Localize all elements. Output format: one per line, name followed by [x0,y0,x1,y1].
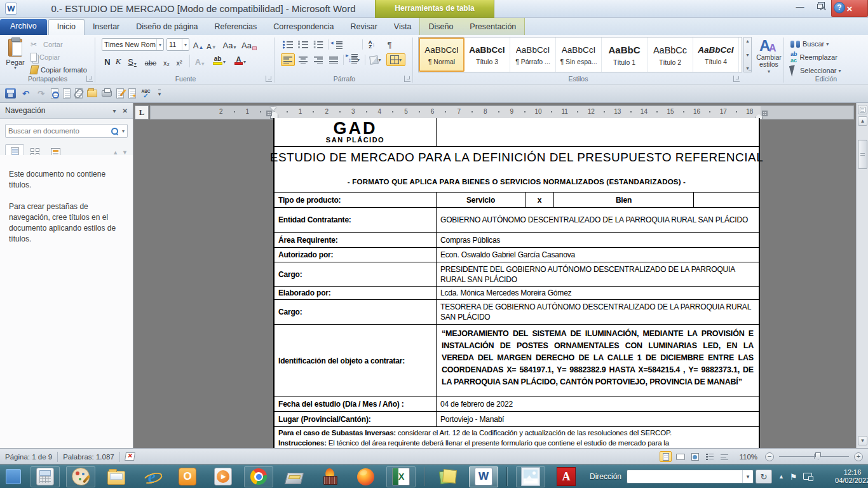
undo-icon[interactable] [20,88,31,98]
navpane-close-icon[interactable]: ✕ [123,107,128,114]
table-column-marker[interactable] [266,111,272,116]
italic-button[interactable]: K [113,55,123,67]
replace-button[interactable]: abacReemplazar [790,51,837,63]
search-input[interactable] [8,127,111,135]
style-título-1[interactable]: AaBbCTítulo 1 [602,37,648,72]
find-button[interactable]: Buscar▾ [790,38,829,50]
open-icon[interactable] [87,90,97,97]
bullets-button[interactable] [281,38,295,51]
tab-presentación[interactable]: Presentación [461,20,524,35]
autocad-taskbar-button[interactable] [552,466,581,487]
address-bar[interactable]: ▾ [627,470,754,484]
search-icon[interactable] [111,127,118,135]
file-explorer-taskbar-button[interactable] [102,466,131,487]
multilevel-list-button[interactable] [311,38,325,51]
style-normal[interactable]: AaBbCcI¶ Normal [419,37,465,72]
justify-button[interactable] [327,53,341,66]
media-player-taskbar-button[interactable] [208,466,238,487]
shading-button[interactable]: ▾ [367,53,384,66]
style-sin-espa[interactable]: AaBbCcI¶ Sin espa... [556,37,602,72]
save-icon[interactable] [5,88,16,98]
horizontal-ruler[interactable]: 12345678910111213141516171821 [150,105,854,119]
scanner-taskbar-button[interactable] [280,466,309,487]
highlight-color-button[interactable]: ab▾ [210,53,229,65]
hidden-icons-chevron[interactable]: ▲ [778,473,784,480]
zoom-out-button[interactable]: − [765,452,774,461]
change-styles-button[interactable]: AA Cambiar estilos▾ [755,36,783,76]
scroll-up-icon[interactable]: ▲ [858,116,867,126]
underline-button[interactable]: S▾ [125,55,140,67]
navpane-menu-icon[interactable]: ▾ [113,107,116,114]
attach-icon[interactable] [75,88,83,98]
address-go-icon[interactable]: ↻ [756,470,772,484]
word-count[interactable]: Palabras: 1.087 [63,453,114,461]
search-options-icon[interactable]: ▾ [122,128,125,134]
font-size-select[interactable]: 11▾ [166,38,189,51]
paragraph-dialog-launcher-icon[interactable] [404,76,410,82]
cut-button[interactable]: Cortar [31,39,63,50]
tab-diseño-de-página[interactable]: Diseño de página [128,20,206,35]
change-case-button[interactable]: Aa▾ [221,38,238,51]
tab-stop-selector[interactable]: L [135,105,149,119]
align-left-button[interactable] [281,53,295,66]
vertical-scrollbar[interactable]: ▲ ▼ [856,103,868,448]
print-layout-view-button[interactable] [660,451,672,462]
format-painter-button[interactable]: Copiar formato [31,64,87,76]
photo-viewer-taskbar-button[interactable] [516,466,545,487]
style-título-2[interactable]: AaBbCcTítulo 2 [648,37,693,72]
font-dialog-launcher-icon[interactable] [266,76,272,82]
minimize-button[interactable]: — [791,0,809,13]
fullscreen-reading-view-button[interactable] [674,451,686,462]
address-input[interactable] [627,472,742,481]
borders-button[interactable]: ▾ [386,53,405,66]
paint-taskbar-button[interactable] [66,466,95,487]
more-icon[interactable] [156,88,163,98]
decrease-indent-button[interactable] [330,38,344,51]
excel-taskbar-button[interactable] [386,466,416,487]
start-tile-taskbar-button[interactable] [3,466,24,487]
zoom-slider[interactable] [779,456,849,457]
zoom-slider-thumb[interactable] [815,452,821,460]
paste-button[interactable]: Pegar ▾ [4,37,27,76]
burner-taskbar-button[interactable] [315,466,344,487]
spell-icon[interactable] [140,88,151,98]
preview-icon[interactable] [51,88,58,98]
collapse-ribbon-icon[interactable] [818,4,829,13]
shortcut-icon[interactable] [128,88,136,98]
tab-insertar[interactable]: Insertar [85,20,128,35]
text-effects-button[interactable]: A▾ [192,55,207,67]
superscript-button[interactable]: x² [173,55,186,67]
font-color-button[interactable]: A▾ [231,53,249,65]
tab-correspondencia[interactable]: Correspondencia [265,20,342,35]
style-párrafo[interactable]: AaBbCcI¶ Párrafo ... [510,37,556,72]
bold-button[interactable]: N [102,55,113,67]
scroll-down-icon[interactable]: ▼ [858,436,867,445]
new-document-icon[interactable] [63,88,71,98]
clipboard-dialog-launcher-icon[interactable] [86,76,93,82]
document-search-box[interactable]: ▾ [5,124,128,138]
shrink-font-button[interactable]: A▼ [206,38,217,51]
document-page[interactable]: GAD SAN PLÁCIDO ESTUDIO DE MERCADO PARA … [273,118,760,448]
styles-gallery-scrollbar[interactable]: ▲▼▼̲ [743,37,752,72]
grow-font-button[interactable]: A▲ [192,38,205,51]
taskbar-clock[interactable]: 12:16 04/02/2022 [829,468,868,485]
sticky-notes-taskbar-button[interactable] [433,466,463,487]
strikethrough-button[interactable]: abe [142,55,159,67]
edit-icon[interactable] [116,88,124,98]
styles-dialog-launcher-icon[interactable] [733,76,740,82]
table-column-marker[interactable] [762,111,768,116]
network-icon[interactable] [803,473,813,481]
firefox-taskbar-button[interactable] [351,466,380,487]
align-center-button[interactable] [296,53,310,66]
help-icon[interactable]: ? [834,2,845,13]
word-taskbar-button[interactable] [469,466,498,487]
zoom-in-button[interactable]: + [854,452,863,461]
spell-check-status-icon[interactable] [125,452,135,461]
outline-view-button[interactable] [703,451,715,462]
tab-vista[interactable]: Vista [386,20,420,35]
subscript-button[interactable]: x₂ [160,55,173,67]
style-título-3[interactable]: AaBbCcITítulo 3 [465,37,510,72]
tab-revisar[interactable]: Revisar [342,20,385,35]
print-icon[interactable] [102,90,112,97]
show-marks-button[interactable]: ¶ [383,38,397,51]
